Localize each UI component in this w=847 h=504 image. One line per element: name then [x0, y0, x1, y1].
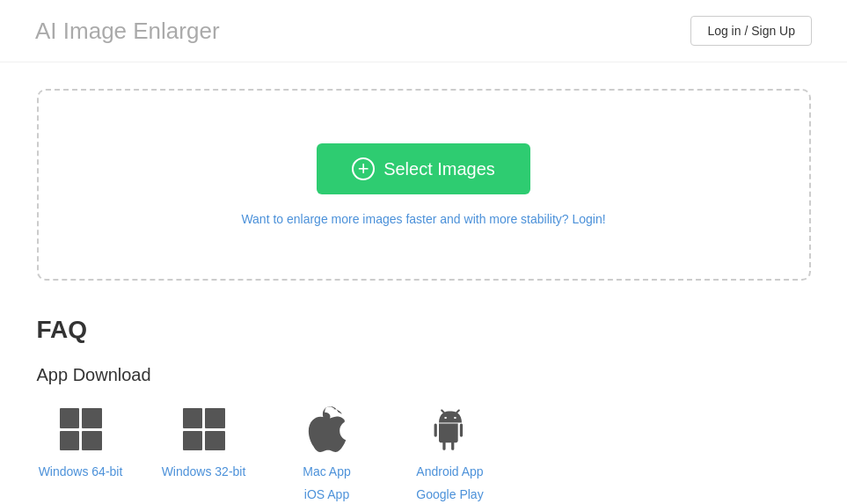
app-download-grid: Windows 64-bit Windows 32-bit	[37, 403, 811, 501]
login-button[interactable]: Log in / Sign Up	[690, 16, 812, 46]
apple-icon	[301, 403, 354, 456]
app-label-android: Android App	[416, 464, 483, 478]
app-label-win32: Windows 32-bit	[162, 464, 246, 478]
app-item-mac[interactable]: Mac App iOS App	[283, 403, 371, 501]
app-item-android[interactable]: Android App Google Play	[406, 403, 494, 501]
app-label-ios: iOS App	[304, 487, 349, 501]
login-hint[interactable]: Want to enlarge more images faster and w…	[241, 212, 605, 226]
drop-zone: + Select Images Want to enlarge more ima…	[37, 89, 811, 281]
app-label-google-play: Google Play	[416, 487, 483, 501]
faq-title: FAQ	[37, 316, 811, 344]
app-download-title: App Download	[37, 365, 811, 385]
android-icon	[424, 403, 477, 456]
select-images-label: Select Images	[383, 159, 495, 179]
app-title: AI Image Enlarger	[35, 18, 220, 45]
app-item-win32[interactable]: Windows 32-bit	[160, 403, 248, 478]
app-item-win64[interactable]: Windows 64-bit	[37, 403, 125, 478]
faq-section: FAQ App Download Windows 64-bit	[37, 316, 811, 501]
header: AI Image Enlarger Log in / Sign Up	[0, 0, 847, 62]
app-label-win64: Windows 64-bit	[39, 464, 123, 478]
main-content: + Select Images Want to enlarge more ima…	[2, 62, 846, 504]
windows-64-icon	[55, 403, 107, 456]
select-images-button[interactable]: + Select Images	[317, 143, 530, 194]
plus-icon: +	[352, 157, 375, 180]
app-label-mac: Mac App	[303, 464, 350, 478]
windows-32-icon	[178, 403, 230, 456]
